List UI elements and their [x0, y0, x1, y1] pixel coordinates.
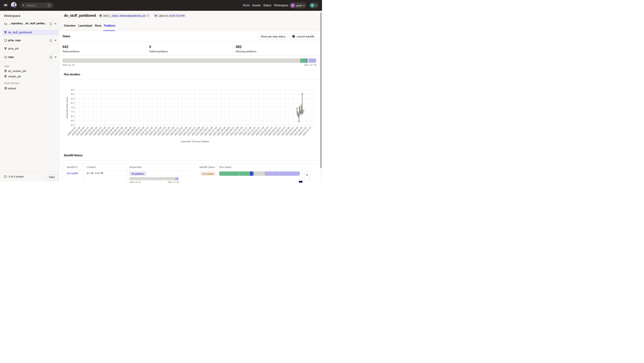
svg-text:8.5: 8.5 — [71, 98, 74, 100]
svg-text:9.0: 9.0 — [71, 93, 74, 96]
svg-text:6.5: 6.5 — [71, 115, 74, 118]
svg-text:5.5: 5.5 — [71, 124, 74, 126]
svg-text:Execution Time by Partition: Execution Time by Partition — [181, 140, 209, 143]
svg-text:6.0: 6.0 — [71, 120, 74, 122]
svg-text:7.5: 7.5 — [71, 106, 74, 109]
svg-text:9.5: 9.5 — [71, 89, 74, 91]
svg-text:Execution time (secs): Execution time (secs) — [66, 97, 68, 118]
svg-text:7.0: 7.0 — [71, 111, 74, 113]
svg-text:8.0: 8.0 — [71, 102, 74, 104]
